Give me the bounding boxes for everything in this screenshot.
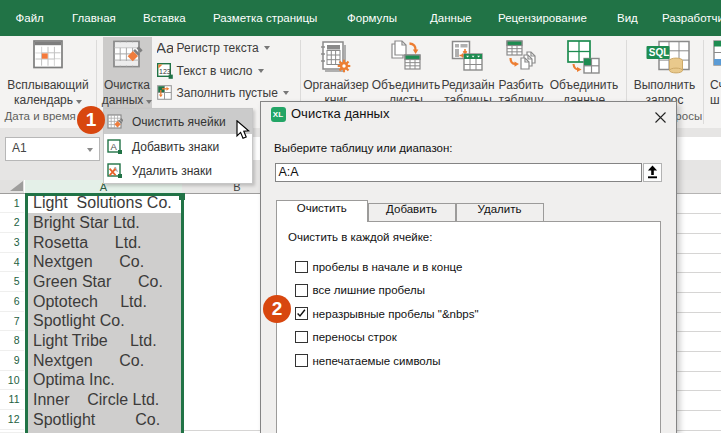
ribbon-tab-7[interactable]: Рецензирование [498,0,587,36]
ribbon-button-text-to-number[interactable]: 123 Текст в число [157,60,264,82]
ribbon-tab-5[interactable]: Формулы [347,0,397,36]
row-number: 2 [14,216,20,228]
checkbox-unchecked-icon[interactable] [295,331,308,344]
row-number: 3 [14,236,20,248]
checkbox-row-3[interactable]: неразрывные пробелы "&nbps" [295,307,479,321]
row-number: 9 [14,354,20,366]
split-table-icon [505,40,537,72]
cell-text: Nextgen Co. [28,253,144,271]
range-picker-button[interactable] [643,163,662,182]
menu-clean-cells-icon [107,114,123,130]
ribbon-tab-1[interactable]: Файл [16,0,44,36]
name-box[interactable]: A1 [5,137,100,161]
checkbox-row-4[interactable]: переносы строк [295,330,397,344]
row-header-12[interactable]: 12 [0,410,24,430]
select-all-corner[interactable] [0,180,24,194]
clipped-table-icon [713,40,721,66]
ribbon-tab-8[interactable]: Вид [617,0,638,36]
ribbon-tab-3[interactable]: Вставка [143,0,186,36]
button-icon-box [713,40,721,70]
ribbon-tab-9[interactable]: Разработчик [662,0,721,36]
button-icon-box [157,85,173,101]
step-badge-2: 2 [263,295,291,323]
cell-A10[interactable]: Optima Inc. [28,371,182,391]
checkbox-label: пробелы в начале и в конце [313,261,463,273]
cell-B3[interactable] [184,233,260,253]
row-header-7[interactable]: 7 [0,312,24,332]
row-header-8[interactable]: 8 [0,331,24,351]
ribbon-tab-4[interactable]: Разметка страницы [213,0,317,36]
row-header-9[interactable]: 9 [0,351,24,371]
menu-item-icon-box [107,114,123,130]
checkbox-unchecked-icon[interactable] [295,284,308,297]
dialog-tab-1[interactable]: Очистить [276,200,368,222]
cell-B12[interactable] [184,410,260,430]
cell-B10[interactable] [184,371,260,391]
checkbox-unchecked-icon[interactable] [295,354,308,367]
checkbox-row-5[interactable]: непечатаемые символы [295,354,441,368]
gridline [677,272,721,273]
row-header-6[interactable]: 6 [0,292,24,312]
dialog-tab-2[interactable]: Добавить [368,203,456,222]
cell-B9[interactable] [184,351,260,371]
cell-A8[interactable]: Light Tribe Ltd. [28,331,182,351]
cell-A13[interactable] [28,430,181,433]
cell-B1[interactable] [184,194,260,214]
row-header-10[interactable]: 10 [0,371,24,391]
button-icon-box [33,40,63,73]
cell-A6[interactable]: Optotech Ltd. [28,292,182,312]
cell-A11[interactable]: Inner Circle Ltd. [28,390,182,410]
dialog-tab-3[interactable]: Удалить [456,203,544,222]
row-header-5[interactable]: 5 [0,272,24,292]
cell-B4[interactable] [184,253,260,273]
collapse-dialog-icon [647,165,658,179]
cell-A12[interactable]: Spotlight Co. [28,410,182,430]
cell-B5[interactable] [184,272,260,292]
cell-B2[interactable] [184,213,260,233]
cell-A3[interactable]: Rosetta Ltd. [28,233,182,253]
cell-B7[interactable] [184,312,260,332]
ribbon-button-run-query[interactable]: SQL Выполнить запрос [630,37,700,110]
menu-item-label: Удалить знаки [132,164,212,178]
selection-handle[interactable] [179,193,186,200]
row-header-13[interactable] [0,430,24,433]
cell-A9[interactable]: Nextgen Co. [28,351,182,371]
button-icon-box [320,40,352,78]
ribbon-button-clean-data[interactable]: Очистка данных [103,37,152,110]
name-box-dropdown-icon[interactable] [87,148,93,152]
row-header-2[interactable]: 2 [0,213,24,233]
menu-item-2[interactable]: А Добавить знаки [104,134,252,159]
ribbon-button-text-case[interactable]: AaРегистр текста [157,37,270,59]
checkbox-row-2[interactable]: все лишние пробелы [295,283,425,297]
row-header-3[interactable]: 3 [0,233,24,253]
cell-text: Spotlight Co. [28,411,160,429]
checkbox-row-1[interactable]: пробелы в начале и в конце [295,260,462,274]
checkbox-checked-icon[interactable] [295,307,308,320]
svg-text:А: А [110,140,117,151]
ribbon-button-clipped-right[interactable]: Сч ш [701,37,721,110]
clean-data-dialog: XL Очистка данных Выберите таблицу или д… [260,101,677,433]
menu-item-3[interactable]: А Удалить знаки [104,159,252,184]
row-header-11[interactable]: 11 [0,390,24,410]
dialog-close-button[interactable] [655,109,666,120]
cell-B6[interactable] [184,292,260,312]
cell-A1[interactable]: Light Solutions Co. [28,194,182,214]
cell-A7[interactable]: Spotlight Co. [28,312,182,332]
cell-A5[interactable]: Green Star Co. [28,272,182,292]
checkbox-unchecked-icon[interactable] [295,261,308,274]
cell-B11[interactable] [184,390,260,410]
cell-A4[interactable]: Nextgen Co. [28,253,182,273]
menu-item-1[interactable]: Очистить ячейки [104,109,252,134]
column-header-right[interactable] [677,180,721,194]
row-header-1[interactable]: 1 [0,194,24,214]
row-header-4[interactable]: 4 [0,253,24,273]
ribbon-tab-6[interactable]: Данные [430,0,472,36]
ribbon-tab-2[interactable]: Главная [72,0,116,36]
calendar-icon [33,40,63,69]
range-label: Выберите таблицу или диапазон: [274,142,452,154]
cell-A2[interactable]: Bright Star Ltd. [28,213,182,233]
button-icon-box: Aa [157,40,173,56]
cell-B8[interactable] [184,331,260,351]
selection-border-top [25,193,182,196]
range-input[interactable]: A:A [275,163,642,182]
